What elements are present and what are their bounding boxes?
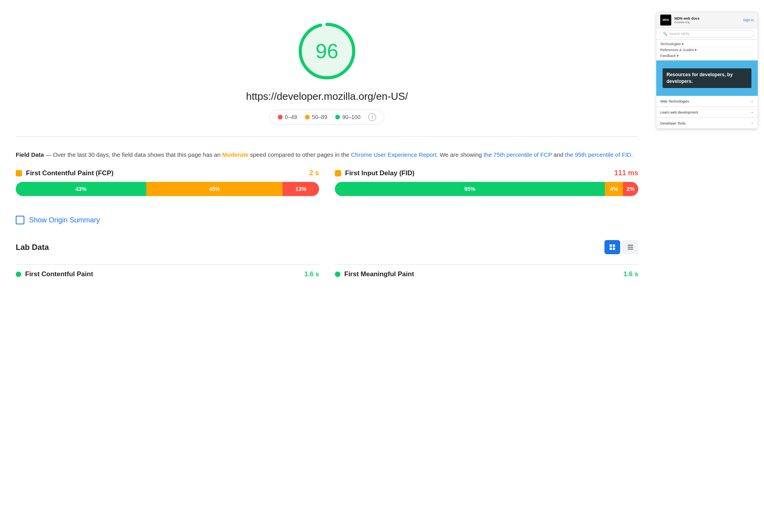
score-circle: 96 xyxy=(296,20,358,83)
browser-search-icon: 🔍 xyxy=(663,32,667,36)
fid-icon xyxy=(335,170,341,176)
browser-link-web-tech[interactable]: Web Technologies → xyxy=(656,96,758,107)
arrow-icon-devtools: → xyxy=(750,121,754,125)
lab-data-title: Lab Data xyxy=(16,243,49,252)
svg-rect-3 xyxy=(613,244,615,247)
lab-fcp-value: 1.6 s xyxy=(304,270,319,278)
fcp-seg-red: 13% xyxy=(283,182,319,196)
chrome-ux-report-link[interactable]: Chrome User Experience Report xyxy=(351,151,437,158)
origin-summary-checkbox[interactable] xyxy=(16,216,24,224)
legend-label-red: 0–49 xyxy=(285,114,297,120)
fid-value: 111 ms xyxy=(614,169,638,177)
score-value: 96 xyxy=(316,39,338,63)
lab-metrics-row: First Contentful Paint 1.6 s First Meani… xyxy=(16,260,638,284)
fid-title: First Input Delay (FID) xyxy=(345,169,415,177)
field-data-title: Field Data xyxy=(16,151,44,158)
section-divider xyxy=(16,136,638,137)
lab-data-section: Lab Data xyxy=(16,236,638,288)
lab-fmp-item: First Meaningful Paint 1.6 s xyxy=(335,264,638,284)
fcp-progress-bar: 43% 45% 13% xyxy=(16,182,319,196)
mdn-logo: MDN xyxy=(660,15,671,26)
and-text: and xyxy=(552,151,565,158)
arrow-icon-learn: → xyxy=(750,110,754,114)
link-learn-label: Learn web development xyxy=(660,110,698,114)
metrics-row: First Contentful Paint (FCP) 2 s 43% 45%… xyxy=(16,169,638,196)
page-wrapper: 96 https://developer.mozilla.org/en-US/ … xyxy=(0,0,764,303)
browser-hero: Resources for developers, by developers. xyxy=(656,61,758,96)
browser-link-learn[interactable]: Learn web development → xyxy=(656,107,758,118)
suffix: . xyxy=(631,151,633,158)
fcp-title: First Contentful Paint (FCP) xyxy=(26,169,114,177)
legend-dot-orange xyxy=(305,115,310,119)
list-icon xyxy=(627,244,634,250)
svg-rect-6 xyxy=(628,245,633,246)
url-display: https://developer.mozilla.org/en-US/ xyxy=(246,90,408,103)
info-icon[interactable]: i xyxy=(368,113,376,121)
browser-toolbar: MDN MDN web docs mozilla.org Sign in xyxy=(656,12,758,28)
legend-dot-green xyxy=(335,115,340,119)
fid-seg-orange: 4% xyxy=(605,182,623,196)
site-url: mozilla.org xyxy=(674,20,740,24)
fid-header: First Input Delay (FID) 111 ms xyxy=(335,169,638,177)
legend-bar: 0–49 50–89 90–100 i xyxy=(270,110,385,125)
score-section: 96 https://developer.mozilla.org/en-US/ … xyxy=(16,8,638,132)
fid-seg-green: 95% xyxy=(335,182,605,196)
lab-fcp-dot xyxy=(16,272,21,277)
field-data-section: Field Data — Over the last 30 days, the … xyxy=(16,141,638,288)
list-view-button[interactable] xyxy=(623,240,638,254)
arrow-icon-web-tech: → xyxy=(750,99,754,103)
browser-search-input[interactable]: 🔍 Search MDN xyxy=(659,30,755,38)
main-content: 96 https://developer.mozilla.org/en-US/ … xyxy=(0,0,654,303)
nav-item-references[interactable]: References & Guides ▾ xyxy=(660,47,754,53)
site-info: MDN web docs mozilla.org xyxy=(674,17,740,24)
fcp-metric-card: First Contentful Paint (FCP) 2 s 43% 45%… xyxy=(16,169,319,196)
svg-rect-5 xyxy=(613,248,615,250)
browser-link-devtools[interactable]: Developer Tools → xyxy=(656,118,758,129)
hero-text: Resources for developers, by developers. xyxy=(663,68,751,88)
sign-in-link[interactable]: Sign in xyxy=(743,18,754,22)
fid-progress-bar: 95% 4% 2% xyxy=(335,182,638,196)
lab-fcp-item: First Contentful Paint 1.6 s xyxy=(16,264,319,284)
browser-mockup: MDN MDN web docs mozilla.org Sign in 🔍 S… xyxy=(656,12,758,129)
origin-summary-label[interactable]: Show Origin Summary xyxy=(29,216,100,224)
fcp-seg-orange: 45% xyxy=(146,182,283,196)
browser-links: Web Technologies → Learn web development… xyxy=(656,96,758,129)
fid-seg-red: 2% xyxy=(623,182,638,196)
svg-rect-4 xyxy=(610,248,612,250)
legend-label-orange: 50–89 xyxy=(312,114,327,120)
view-toggle xyxy=(604,240,638,254)
browser-search-area: 🔍 Search MDN xyxy=(656,28,758,40)
lab-fmp-value: 1.6 s xyxy=(623,270,638,278)
fid-metric-card: First Input Delay (FID) 111 ms 95% 4% 2% xyxy=(335,169,638,196)
grid-view-button[interactable] xyxy=(604,240,620,254)
nav-item-feedback[interactable]: Feedback ▾ xyxy=(660,53,754,59)
field-data-prefix: — Over the last 30 days, the field data … xyxy=(46,151,222,158)
fcp-seg-green: 43% xyxy=(16,182,146,196)
field-data-description: Field Data — Over the last 30 days, the … xyxy=(16,150,638,160)
fcp-title-group: First Contentful Paint (FCP) xyxy=(16,169,114,177)
link-devtools-label: Developer Tools xyxy=(660,121,685,125)
site-name: MDN web docs xyxy=(674,17,740,20)
lab-fcp-name: First Contentful Paint xyxy=(25,270,300,278)
grid-icon xyxy=(609,244,615,250)
origin-summary-row[interactable]: Show Origin Summary xyxy=(16,208,638,236)
fcp-icon xyxy=(16,170,22,176)
sidebar-preview: MDN MDN web docs mozilla.org Sign in 🔍 S… xyxy=(654,0,764,303)
moderate-label: Moderate xyxy=(222,151,248,158)
fid-title-group: First Input Delay (FID) xyxy=(335,169,415,177)
fid-percentile-link[interactable]: the 95th percentile of FID xyxy=(565,151,631,158)
fcp-percentile-link[interactable]: the 75th percentile of FCP xyxy=(483,151,552,158)
field-data-middle: speed compared to other pages in the xyxy=(248,151,351,158)
nav-item-technologies[interactable]: Technologies ▾ xyxy=(660,41,754,47)
lab-fmp-dot xyxy=(335,272,340,277)
legend-item-orange: 50–89 xyxy=(305,114,327,120)
svg-rect-7 xyxy=(628,247,633,248)
link-web-tech-label: Web Technologies xyxy=(660,99,689,103)
after-link1: . We are showing xyxy=(437,151,484,158)
fcp-value: 2 s xyxy=(309,169,319,177)
legend-item-red: 0–49 xyxy=(278,114,297,120)
svg-rect-2 xyxy=(610,244,612,247)
legend-dot-red xyxy=(278,115,283,119)
legend-label-green: 90–100 xyxy=(342,114,361,120)
lab-fmp-name: First Meaningful Paint xyxy=(344,270,619,278)
